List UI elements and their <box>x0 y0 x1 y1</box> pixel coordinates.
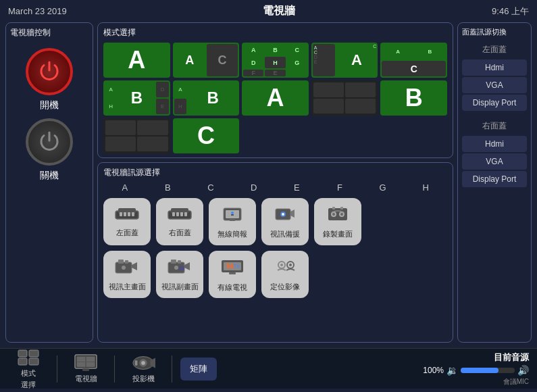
source-column-labels: A B C D E F G H <box>103 182 447 193</box>
source-sub-camera[interactable]: 視訊副畫面 <box>156 251 203 298</box>
right-panel: 面蓋訊源切換 左面蓋 Hdmi VGA Display Port 右面蓋 Hdm… <box>457 22 532 343</box>
svg-rect-2 <box>120 212 122 216</box>
svg-text:Tv: Tv <box>233 263 240 269</box>
mode-cell-7[interactable]: A H B <box>173 80 240 116</box>
mode-cell-1[interactable]: A <box>103 43 170 78</box>
mode-cell-8[interactable]: A <box>242 80 309 116</box>
bottom-bar: 模式 選擇 電視牆 <box>0 348 537 389</box>
source-icons-row1: 左面蓋 右面蓋 <box>103 198 447 245</box>
source-wireless[interactable]: 無線簡報 <box>209 198 256 245</box>
top-bar: March 23 2019 電視牆 9:46 上午 <box>0 0 537 22</box>
svg-point-20 <box>282 213 284 216</box>
volume-down-icon[interactable]: 🔉 <box>446 365 458 376</box>
mode-cell-3[interactable]: A B C D H G F E <box>242 43 309 78</box>
power-on-label: 開機 <box>40 99 59 112</box>
left-displayport-btn[interactable]: Display Port <box>462 95 527 111</box>
svg-rect-27 <box>340 207 343 210</box>
mode-cell-5[interactable]: AB C <box>380 43 447 78</box>
source-sub-camera-label: 視訊副畫面 <box>161 282 199 292</box>
svg-marker-34 <box>184 262 190 270</box>
left-panel-title: 電視牆控制 <box>10 27 51 39</box>
svg-rect-49 <box>29 350 39 357</box>
volume-up-icon[interactable]: 🔊 <box>517 365 529 376</box>
svg-point-24 <box>332 213 335 216</box>
source-panel-title: 電視牆訊源選擇 <box>103 167 447 178</box>
svg-rect-35 <box>171 260 176 264</box>
mode-cell-6[interactable]: A H B D E <box>103 80 170 116</box>
volume-percent: 100% <box>423 366 444 375</box>
svg-rect-15 <box>231 214 234 216</box>
col-G: G <box>363 182 403 193</box>
top-title: 電視牆 <box>263 4 295 18</box>
bottom-mode-label2: 選擇 <box>21 380 36 390</box>
source-locate-label: 定位影像 <box>270 282 300 292</box>
video-backup-icon <box>274 204 297 226</box>
left-vga-btn[interactable]: VGA <box>462 77 527 93</box>
bottom-mode-btn[interactable]: 模式 選擇 <box>8 348 49 390</box>
source-left-cover[interactable]: 左面蓋 <box>103 198 151 245</box>
right-panel-title: 面蓋訊源切換 <box>462 27 527 37</box>
right-hdmi-btn[interactable]: Hdmi <box>462 136 527 152</box>
bottom-tvwall-label: 電視牆 <box>75 374 97 384</box>
mode-cell-2[interactable]: A C <box>173 43 240 78</box>
svg-point-32 <box>122 266 126 270</box>
mode-icon <box>16 348 41 367</box>
locate-icon <box>272 257 298 279</box>
mode-cell-4[interactable]: A C D E A C <box>311 43 378 78</box>
current-source-title: 目前音源 <box>494 351 529 364</box>
source-locate[interactable]: 定位影像 <box>261 251 309 298</box>
col-B: B <box>147 182 188 193</box>
volume-bar-fill <box>461 368 498 373</box>
bottom-tvwall-btn[interactable]: 電視牆 <box>66 353 106 384</box>
right-displayport-btn[interactable]: Display Port <box>462 171 527 187</box>
source-right-cover[interactable]: 右面蓋 <box>156 198 203 245</box>
right-vga-btn[interactable]: VGA <box>462 153 527 170</box>
svg-rect-62 <box>135 360 138 366</box>
svg-rect-43 <box>229 272 236 274</box>
power-on-button[interactable] <box>26 48 73 95</box>
mode-cell-12[interactable]: C <box>173 118 240 153</box>
bottom-projector-btn[interactable]: 投影機 <box>123 353 163 384</box>
svg-marker-18 <box>290 210 295 218</box>
mode-grid: A A C A B C D H G <box>103 43 447 153</box>
source-record[interactable]: 錄製畫面 <box>314 198 361 245</box>
source-wireless-label: 無線簡報 <box>218 229 247 239</box>
volume-row: 100% 🔉 🔊 <box>423 365 529 376</box>
svg-rect-5 <box>132 212 134 216</box>
svg-rect-51 <box>29 358 39 365</box>
mode-cell-10[interactable]: B <box>380 80 447 116</box>
power-off-button[interactable] <box>26 118 73 166</box>
svg-rect-4 <box>128 212 130 216</box>
record-icon <box>326 204 349 226</box>
volume-bar[interactable] <box>461 368 515 373</box>
bottom-mode-label1: 模式 <box>21 368 36 378</box>
left-panel: 電視牆控制 開機 關機 <box>5 22 93 343</box>
svg-point-37 <box>174 266 178 270</box>
left-hdmi-btn[interactable]: Hdmi <box>462 59 527 76</box>
left-cover-label: 左面蓋 <box>462 41 527 58</box>
svg-rect-11 <box>184 212 187 216</box>
source-left-cover-label: 左面蓋 <box>116 228 138 238</box>
mode-cell-9[interactable] <box>311 80 378 116</box>
hdmi-icon <box>114 205 140 225</box>
svg-rect-9 <box>176 212 179 216</box>
col-F: F <box>319 182 360 193</box>
source-main-camera[interactable]: 視訊主畫面 <box>103 251 151 298</box>
svg-point-61 <box>141 361 145 365</box>
svg-rect-48 <box>18 350 27 357</box>
svg-rect-56 <box>77 362 85 367</box>
power-off-label: 關機 <box>40 170 59 182</box>
center-area: 模式選擇 A A C A B <box>97 22 453 343</box>
svg-rect-50 <box>18 358 27 365</box>
svg-rect-54 <box>77 357 85 362</box>
source-cable-tv[interactable]: bb Tv 有線電視 <box>209 251 256 298</box>
top-time: 9:46 上午 <box>492 5 529 18</box>
svg-rect-31 <box>125 260 128 264</box>
source-panel: 電視牆訊源選擇 A B C D E F G H <box>97 162 453 343</box>
source-video-backup[interactable]: 視訊備援 <box>261 198 309 245</box>
svg-point-14 <box>231 212 234 214</box>
matrix-btn[interactable]: 矩陣 <box>180 358 217 381</box>
separator2 <box>114 356 115 383</box>
svg-rect-38 <box>179 266 184 270</box>
mode-cell-11[interactable] <box>103 118 170 153</box>
